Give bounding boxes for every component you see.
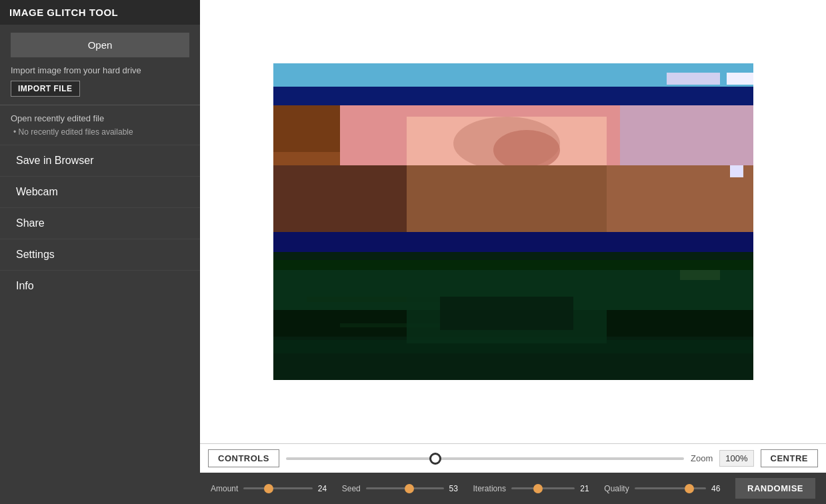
main-area: CONTROLS Zoom 100% CENTRE Amount 24 Seed [200, 0, 826, 504]
controls-slider-thumb[interactable] [429, 453, 441, 465]
quality-label: Quality [604, 484, 629, 493]
svg-point-11 [493, 130, 560, 170]
seed-slider-thumb[interactable] [405, 484, 414, 493]
svg-rect-29 [440, 297, 573, 330]
controls-button[interactable]: CONTROLS [208, 449, 279, 467]
seed-value: 53 [449, 484, 465, 493]
sidebar-item-webcam[interactable]: Webcam [0, 176, 200, 207]
iterations-slider-track[interactable] [511, 487, 575, 489]
amount-slider-track[interactable] [243, 487, 312, 489]
svg-rect-3 [727, 73, 753, 85]
iterations-slider-group: Iterations 21 [473, 484, 597, 493]
randomise-button[interactable]: RANDOMISE [735, 478, 815, 499]
quality-value: 46 [711, 484, 727, 493]
sidebar-item-save-browser[interactable]: Save in Browser [0, 145, 200, 176]
recent-section: Open recently edited file No recently ed… [0, 105, 200, 142]
svg-rect-14 [407, 165, 607, 232]
recent-label: Open recently edited file [11, 113, 189, 123]
amount-slider-group: Amount 24 [211, 484, 334, 493]
svg-rect-25 [273, 260, 753, 270]
centre-button[interactable]: CENTRE [761, 449, 818, 467]
amount-slider-thumb[interactable] [264, 484, 273, 493]
app-title: IMAGE GLITCH TOOL [0, 0, 200, 25]
zoom-value: 100% [719, 450, 753, 467]
svg-rect-26 [680, 270, 720, 280]
svg-rect-16 [730, 165, 743, 177]
quality-slider-thumb[interactable] [685, 484, 694, 493]
import-description: Import image from your hard drive [11, 65, 189, 75]
canvas-area [200, 0, 826, 443]
amount-value: 24 [318, 484, 334, 493]
recent-empty-message: No recently edited files available [11, 127, 189, 137]
controls-bar: CONTROLS Zoom 100% CENTRE [200, 443, 826, 473]
import-file-button[interactable]: IMPORT FILE [11, 81, 80, 97]
sidebar-nav: Save in Browser Webcam Share Settings In… [0, 145, 200, 301]
seed-slider-track[interactable] [366, 487, 444, 489]
svg-rect-13 [273, 165, 407, 232]
quality-slider-track[interactable] [635, 487, 706, 489]
svg-rect-24 [273, 232, 753, 252]
iterations-value: 21 [580, 484, 596, 493]
seed-slider-group: Seed 53 [342, 484, 465, 493]
svg-rect-2 [667, 73, 720, 85]
amount-label: Amount [211, 484, 238, 493]
glitch-canvas [273, 63, 753, 380]
svg-rect-9 [620, 105, 753, 165]
svg-rect-1 [273, 87, 753, 105]
open-section: Open Import image from your hard drive I… [0, 25, 200, 105]
zoom-label: Zoom [691, 453, 713, 463]
iterations-slider-thumb[interactable] [533, 484, 543, 493]
svg-rect-6 [273, 105, 340, 152]
sidebar-item-settings[interactable]: Settings [0, 239, 200, 270]
quality-slider-group: Quality 46 [604, 484, 727, 493]
sidebar-item-info[interactable]: Info [0, 270, 200, 301]
seed-label: Seed [342, 484, 361, 493]
sidebar: IMAGE GLITCH TOOL Open Import image from… [0, 0, 200, 504]
sliders-bar: Amount 24 Seed 53 Iterations 21 [200, 473, 826, 504]
glitch-image-container [273, 63, 753, 380]
controls-slider-track[interactable] [286, 457, 684, 460]
sidebar-item-share[interactable]: Share [0, 207, 200, 239]
open-button[interactable]: Open [11, 33, 189, 57]
iterations-label: Iterations [473, 484, 506, 493]
